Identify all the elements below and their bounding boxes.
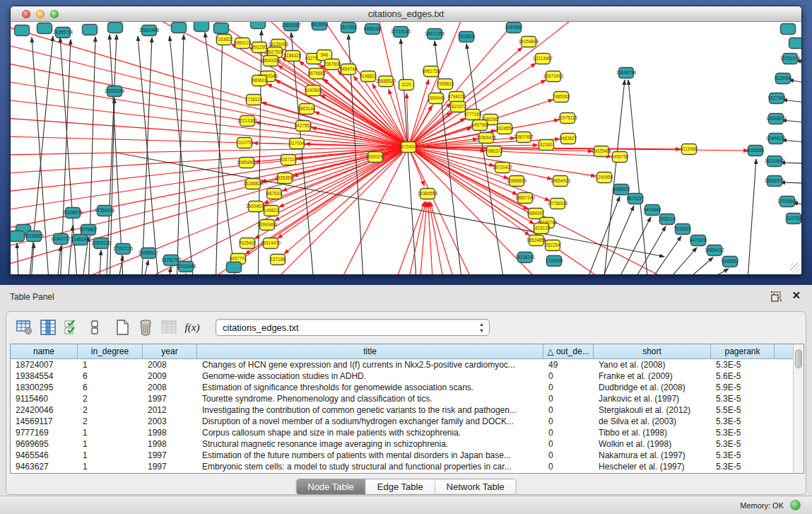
- graph-node[interactable]: 8115955: [747, 146, 765, 156]
- graph-node[interactable]: 16648794: [616, 68, 637, 78]
- graph-node[interactable]: 1990448: [428, 93, 445, 104]
- graph-node[interactable]: 17359928: [95, 206, 115, 216]
- graph-node[interactable]: 12213967: [533, 54, 553, 64]
- graph-node[interactable]: 10025488: [592, 146, 612, 157]
- graph-node[interactable]: 12093872: [766, 114, 787, 124]
- graph-node[interactable]: 9463627: [560, 134, 577, 144]
- tab-edge-table[interactable]: Edge Table: [366, 479, 435, 494]
- graph-node[interactable]: 19384554: [418, 189, 438, 199]
- delete-column-trash-icon[interactable]: [137, 319, 154, 336]
- graph-edge[interactable]: [278, 147, 408, 238]
- graph-edge[interactable]: [138, 36, 159, 274]
- graph-node[interactable]: 15692971: [765, 176, 785, 187]
- graph-node[interactable]: 18300295: [365, 152, 386, 163]
- graph-edge[interactable]: [747, 159, 756, 274]
- graph-node[interactable]: 16154808: [519, 37, 539, 47]
- graph-node[interactable]: 12213363: [237, 116, 258, 127]
- graph-node[interactable]: [83, 25, 98, 35]
- column-header-out_de[interactable]: △ out_de...: [543, 344, 594, 359]
- table-row[interactable]: 946554611997Estimation of the future num…: [11, 450, 794, 461]
- graph-node[interactable]: 15004676: [246, 201, 266, 212]
- graph-node[interactable]: 15688520: [376, 76, 396, 87]
- table-scrollbar-thumb[interactable]: [795, 349, 802, 368]
- graph-node[interactable]: 16210643: [765, 156, 785, 167]
- close-panel-icon[interactable]: ✕: [792, 289, 801, 302]
- graph-node[interactable]: 887833: [266, 189, 282, 199]
- graph-edge[interactable]: [67, 226, 73, 274]
- graph-edge[interactable]: [320, 95, 408, 147]
- graph-node[interactable]: [15, 25, 30, 36]
- graph-node[interactable]: 8186328: [284, 51, 302, 62]
- graph-node[interactable]: 1615132: [533, 223, 551, 234]
- graph-edge[interactable]: [99, 250, 101, 274]
- graph-node[interactable]: 14671355: [425, 29, 445, 40]
- table-row[interactable]: 969969511998Structural magnetic resonanc…: [11, 438, 794, 450]
- network-canvas[interactable]: 1872400771638225960123891295142260639627…: [11, 22, 801, 274]
- graph-node[interactable]: 8813054: [311, 22, 329, 30]
- table-scrollbar[interactable]: [793, 344, 804, 473]
- graph-edge[interactable]: [613, 217, 651, 274]
- graph-node[interactable]: 1010755: [236, 138, 254, 148]
- graph-node[interactable]: 6961758: [423, 66, 440, 77]
- graph-node[interactable]: 24355724: [53, 28, 73, 38]
- graph-node[interactable]: [781, 24, 796, 35]
- graph-node[interactable]: 891295: [252, 42, 267, 53]
- network-window-titlebar[interactable]: citations_edges.txt: [11, 6, 801, 22]
- graph-edge[interactable]: [583, 197, 620, 274]
- graph-node[interactable]: 20053346: [105, 86, 125, 97]
- graph-node[interactable]: 252254: [545, 240, 560, 251]
- graph-edge[interactable]: [279, 147, 408, 207]
- graph-node[interactable]: 9267110: [280, 155, 298, 165]
- graph-node[interactable]: 10993484: [257, 220, 278, 230]
- graph-node[interactable]: 18720407: [493, 163, 513, 173]
- column-header-title[interactable]: title: [197, 344, 543, 359]
- graph-node[interactable]: 1733426: [546, 256, 563, 267]
- graph-node[interactable]: [11, 231, 25, 242]
- graph-node[interactable]: 12444121: [766, 134, 787, 144]
- graph-node[interactable]: 9227343: [768, 93, 786, 104]
- graph-node[interactable]: 8454749: [340, 64, 358, 75]
- network-graph[interactable]: 1872400771638225960123891295142260639627…: [11, 22, 801, 274]
- function-builder-icon[interactable]: f(x): [184, 319, 201, 336]
- table-chooser-dropdown[interactable]: citations_edges.txt ▲▼: [216, 319, 490, 336]
- graph-node[interactable]: 6466160: [364, 24, 382, 35]
- graph-node[interactable]: 10973493: [543, 71, 564, 82]
- graph-node[interactable]: 9146821: [360, 71, 377, 82]
- graph-edge[interactable]: [401, 39, 417, 274]
- graph-node[interactable]: 7955812: [437, 79, 454, 90]
- graph-node[interactable]: 10807487: [514, 132, 534, 143]
- show-columns-icon[interactable]: [40, 319, 57, 336]
- graph-node[interactable]: 17016504: [777, 197, 798, 207]
- graph-node[interactable]: 15166824: [243, 179, 264, 189]
- graph-edge[interactable]: [205, 33, 237, 274]
- table-row[interactable]: 2242004622012Investigating the contribut…: [11, 404, 794, 416]
- graph-edge[interactable]: [11, 45, 408, 147]
- graph-node[interactable]: 10654112: [705, 245, 724, 256]
- graph-node[interactable]: 9474444: [644, 205, 661, 216]
- graph-node[interactable]: [194, 22, 209, 32]
- graph-node[interactable]: 7515526: [458, 32, 476, 42]
- graph-node[interactable]: 110753: [787, 214, 801, 224]
- graph-edge[interactable]: [690, 269, 729, 274]
- graph-node[interactable]: 7625402: [239, 238, 257, 249]
- graph-node[interactable]: 20206576: [63, 208, 83, 218]
- graph-node[interactable]: 1240954: [596, 173, 613, 183]
- graph-node[interactable]: 9129966: [775, 74, 792, 84]
- graph-node[interactable]: 10654905: [237, 158, 257, 168]
- graph-node[interactable]: 12975115: [558, 113, 577, 124]
- graph-node[interactable]: 2087682: [505, 23, 523, 33]
- graph-edge[interactable]: [17, 243, 19, 274]
- graph-node[interactable]: 3624554: [496, 124, 514, 134]
- select-all-checks-icon[interactable]: [63, 319, 80, 336]
- graph-node[interactable]: 11156829: [24, 231, 44, 242]
- graph-node[interactable]: 10958107: [139, 248, 159, 259]
- table-row[interactable]: 911546021997Tourette syndrome. Phenomeno…: [11, 393, 794, 404]
- table-row[interactable]: 1830029562008Estimation of significance …: [11, 382, 794, 393]
- graph-node[interactable]: 18353594: [275, 173, 295, 184]
- graph-edge[interactable]: [141, 37, 152, 274]
- graph-node[interactable]: 9245652: [722, 257, 739, 267]
- graph-node[interactable]: 62160: [539, 140, 554, 151]
- graph-node[interactable]: 12505123: [91, 238, 112, 249]
- graph-edge[interactable]: [408, 22, 576, 147]
- graph-node[interactable]: 16914479: [261, 238, 281, 249]
